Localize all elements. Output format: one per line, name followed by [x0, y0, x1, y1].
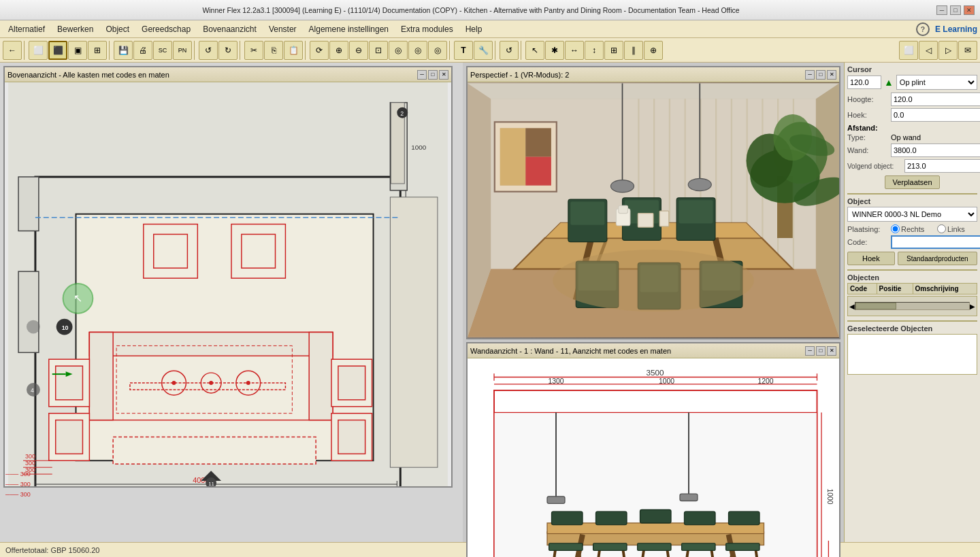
verplaatsen-button[interactable]: Verplaatsen [885, 175, 939, 189]
tb-right3[interactable]: ▷ [938, 41, 958, 60]
tb-btn-2[interactable]: ⬛ [48, 41, 67, 60]
svg-rect-7 [18, 177, 39, 231]
tb-circle1[interactable]: ◎ [389, 41, 408, 60]
fp-minimize[interactable]: ─ [417, 70, 427, 80]
paste-button[interactable]: 📋 [284, 41, 303, 60]
tb-right1[interactable]: ⬜ [899, 41, 918, 60]
minimize-button[interactable]: ─ [936, 5, 947, 15]
rechts-radio[interactable] [891, 224, 900, 233]
zoom-fit-button[interactable]: ⊡ [369, 41, 388, 60]
fp-maximize[interactable]: □ [428, 70, 438, 80]
back-button[interactable]: ← [3, 41, 22, 60]
svg-rect-146 [547, 496, 565, 503]
menu-bovenaanzicht[interactable]: Bovenaanzicht [197, 22, 262, 36]
plaatsing-label: Plaatsing: [847, 225, 888, 233]
tb-btn-3[interactable]: ▣ [68, 41, 87, 60]
wall-view-canvas[interactable]: 3500 1300 1000 1200 1000 300 [468, 358, 839, 557]
svg-rect-168 [549, 543, 583, 550]
objecten-scrollbar[interactable]: ◀ ▶ [847, 296, 977, 316]
cursor-section: Cursor ▲ Op plint Horizontaal Verticaal … [847, 65, 977, 189]
copy-button[interactable]: ⎘ [264, 41, 283, 60]
wall-view-titlebar: Wandaanzicht - 1 : Wand - 11, Aanzicht m… [468, 343, 839, 358]
floor-plan-title: Bovenaanzicht - Alle kasten met codes en… [7, 71, 169, 79]
menu-help[interactable]: Help [460, 22, 488, 36]
redo-button[interactable]: ↻ [218, 41, 238, 60]
hoogte-row: Hoogte: [847, 92, 977, 106]
menu-alternatief[interactable]: Alternatief [3, 22, 50, 36]
col-omschrijving: Omschrijving [913, 284, 977, 294]
rotate-button[interactable]: ⟳ [310, 41, 329, 60]
wv-maximize[interactable]: □ [816, 346, 826, 356]
tb-arrow1[interactable]: ↺ [500, 41, 519, 60]
afstand-label: Afstand: [847, 124, 977, 132]
move-v-btn[interactable]: ↕ [585, 41, 604, 60]
links-radio[interactable] [937, 224, 946, 233]
cursor-direction-select[interactable]: Op plint Horizontaal Verticaal [896, 75, 977, 90]
scroll-right-icon[interactable]: ▶ [970, 303, 975, 310]
sc-button[interactable]: SC [153, 41, 172, 60]
hoek-input[interactable] [891, 108, 980, 122]
floor-plan-canvas[interactable]: 1000 2700 [5, 82, 451, 486]
code-input[interactable] [891, 235, 980, 249]
wv-minimize[interactable]: ─ [805, 346, 815, 356]
volgend-input[interactable] [904, 159, 980, 173]
tb-circle2[interactable]: ◎ [408, 41, 427, 60]
wv-close[interactable]: ✕ [827, 346, 836, 356]
menu-venster[interactable]: Venster [263, 22, 302, 36]
hoek-button[interactable]: Hoek [847, 252, 895, 265]
cursor-btn[interactable]: ↖ [525, 41, 544, 60]
col-positie: Positie [877, 284, 913, 294]
fp-close[interactable]: ✕ [439, 70, 448, 80]
snap-btn[interactable]: ⊕ [644, 41, 663, 60]
scroll-track[interactable] [855, 302, 970, 310]
menu-gereedschap[interactable]: Gereedschap [136, 22, 196, 36]
tb-btn-1[interactable]: ⬜ [29, 41, 48, 60]
close-button[interactable]: ✕ [964, 5, 975, 15]
menu-algemene-instellingen[interactable]: Algemene instellingen [304, 22, 394, 36]
pn-button[interactable]: PN [173, 41, 192, 60]
rechts-radio-label[interactable]: Rechts [891, 224, 932, 233]
perspective-canvas[interactable] [468, 82, 839, 338]
scroll-thumb[interactable] [855, 303, 896, 309]
type-row: Type: Op wand [847, 133, 977, 141]
svg-point-33 [209, 381, 213, 385]
tb-right4[interactable]: ✉ [958, 41, 977, 60]
zoom-in-button[interactable]: ⊕ [329, 41, 348, 60]
select-btn[interactable]: ✱ [545, 41, 564, 60]
hoogte-input[interactable] [891, 92, 980, 106]
tb-right2[interactable]: ◁ [919, 41, 938, 60]
cut-button[interactable]: ✂ [244, 41, 263, 60]
up-arrow-icon[interactable]: ▲ [884, 77, 894, 88]
maximize-button[interactable]: □ [950, 5, 961, 15]
zoom-out-button[interactable]: ⊖ [349, 41, 368, 60]
help-icon[interactable]: ? [916, 22, 930, 36]
tb-circle3[interactable]: ◎ [428, 41, 447, 60]
print-button[interactable]: 🖨 [133, 41, 152, 60]
undo-button[interactable]: ↺ [199, 41, 218, 60]
geselecteerde-area [847, 334, 977, 375]
links-radio-label[interactable]: Links [937, 224, 978, 233]
menu-extra-modules[interactable]: Extra modules [395, 22, 459, 36]
elearning-label[interactable]: E Learning [935, 24, 977, 34]
text-button[interactable]: T [454, 41, 473, 60]
scroll-left-icon[interactable]: ◀ [849, 303, 855, 310]
persp-maximize[interactable]: □ [816, 70, 826, 80]
svg-text:3500: 3500 [647, 368, 665, 377]
standaard-button[interactable]: Standaardproducten [898, 252, 977, 265]
menu-bewerken[interactable]: Bewerken [52, 22, 99, 36]
svg-rect-27 [338, 420, 365, 454]
settings-button[interactable]: 🔧 [474, 41, 493, 60]
persp-close[interactable]: ✕ [827, 70, 836, 80]
move-h-btn[interactable]: ↔ [565, 41, 584, 60]
menu-object[interactable]: Object [100, 22, 135, 36]
persp-minimize[interactable]: ─ [805, 70, 815, 80]
tb-btn-4[interactable]: ⊞ [88, 41, 107, 60]
object-dropdown[interactable]: WINNER 0000-3 NL Demo [847, 207, 977, 222]
cursor-value-input[interactable] [847, 75, 881, 89]
save-button[interactable]: 💾 [114, 41, 133, 60]
wand-label: Wand: [847, 146, 888, 154]
wand-input[interactable] [891, 144, 980, 157]
parallel-btn[interactable]: ∥ [624, 41, 643, 60]
grid-btn[interactable]: ⊞ [604, 41, 623, 60]
svg-rect-25 [338, 366, 365, 400]
